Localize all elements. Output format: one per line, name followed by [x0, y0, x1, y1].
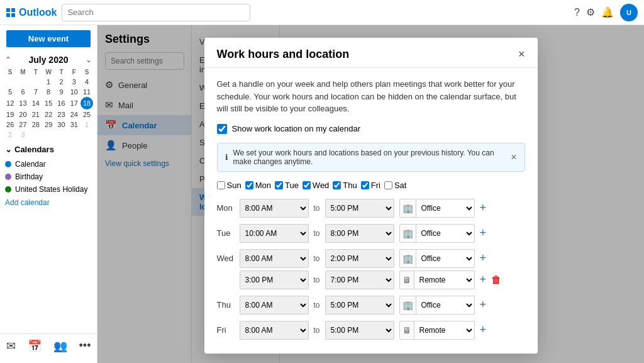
work-hours-modal: Work hours and location × Get a handle o… — [204, 38, 538, 354]
start-time-select[interactable]: 8:00 AM9:00 AM10:00 AM11:00 AM12:00 PM1:… — [240, 296, 309, 315]
day-checkbox-mon[interactable]: Mon — [245, 181, 271, 190]
calendar-day[interactable]: 12 — [4, 97, 16, 109]
calendar-item[interactable]: United States Holiday — [5, 183, 92, 196]
end-time-select[interactable]: 1:00 PM2:00 PM3:00 PM4:00 PM5:00 PM6:00 … — [325, 296, 394, 315]
calendar-day[interactable]: 13 — [16, 97, 29, 109]
office-icon: 🏢 — [400, 296, 416, 314]
add-row-button[interactable]: + — [480, 226, 487, 240]
add-row-button[interactable]: + — [480, 273, 487, 286]
calendar-item[interactable]: Calendar — [5, 158, 92, 170]
day-checkbox-wed[interactable]: Wed — [303, 181, 330, 190]
calendar-day[interactable]: 10 — [68, 87, 80, 97]
day-checkbox-sun[interactable]: Sun — [217, 181, 242, 190]
calendar-day[interactable]: 3 — [16, 130, 29, 140]
calendar-day[interactable]: 31 — [68, 120, 80, 130]
add-row-button[interactable]: + — [480, 298, 487, 311]
notification-icon[interactable]: 🔔 — [601, 6, 614, 18]
calendar-day[interactable]: 8 — [42, 87, 55, 97]
search-input[interactable] — [62, 4, 250, 21]
calendar-day[interactable]: 28 — [30, 120, 42, 130]
schedule-row: Mon8:00 AM9:00 AM10:00 AM11:00 AM12:00 P… — [217, 199, 525, 218]
start-time-select[interactable]: 8:00 AM9:00 AM10:00 AM11:00 AM12:00 PM1:… — [240, 271, 309, 289]
calendar-day[interactable]: 26 — [4, 120, 16, 130]
calendar-day[interactable] — [30, 130, 42, 140]
day-checkbox-fri[interactable]: Fri — [361, 181, 380, 190]
calendar-day[interactable]: 19 — [4, 109, 16, 120]
day-group-wed: Wed8:00 AM9:00 AM10:00 AM11:00 AM12:00 P… — [217, 249, 525, 289]
calendars-header[interactable]: ⌄ Calendars — [5, 145, 92, 154]
calendar-day[interactable]: 1 — [80, 120, 93, 130]
calendar-day[interactable] — [4, 77, 16, 87]
show-location-checkbox[interactable] — [217, 124, 227, 134]
end-time-select[interactable]: 1:00 PM2:00 PM3:00 PM4:00 PM5:00 PM6:00 … — [325, 199, 394, 218]
day-checkbox-thu[interactable]: Thu — [333, 181, 357, 190]
calendar-day[interactable]: 22 — [42, 109, 55, 120]
calendar-day[interactable]: 2 — [4, 130, 16, 140]
add-row-button[interactable]: + — [480, 201, 487, 215]
calendar-day[interactable]: 5 — [4, 87, 16, 97]
calendar-day[interactable] — [30, 77, 42, 87]
start-time-select[interactable]: 8:00 AM9:00 AM10:00 AM11:00 AM12:00 PM1:… — [240, 321, 309, 340]
next-month-button[interactable]: ⌄ — [86, 55, 92, 64]
calendar-day[interactable]: 17 — [68, 97, 80, 109]
location-select[interactable]: OfficeRemoteHomeOther — [414, 271, 474, 289]
calendar-day[interactable] — [80, 130, 93, 140]
add-row-button[interactable]: + — [480, 323, 487, 337]
calendar-icon[interactable]: 📅 — [28, 339, 42, 353]
calendar-day[interactable]: 25 — [80, 109, 93, 120]
location-select[interactable]: OfficeRemoteHomeOther — [416, 199, 474, 217]
calendar-day[interactable]: 16 — [55, 97, 67, 109]
calendar-item[interactable]: Birthday — [5, 170, 92, 183]
calendar-day[interactable]: 2 — [55, 77, 67, 87]
location-select[interactable]: OfficeRemoteHomeOther — [414, 321, 474, 339]
topbar-icons: ? ⚙ 🔔 U — [574, 4, 638, 21]
calendar-day[interactable]: 18 — [80, 97, 93, 109]
calendar-day[interactable]: 29 — [42, 120, 55, 130]
end-time-select[interactable]: 1:00 PM2:00 PM3:00 PM4:00 PM5:00 PM6:00 … — [325, 224, 394, 243]
calendar-day[interactable]: 6 — [16, 87, 29, 97]
help-icon[interactable]: ? — [574, 7, 580, 18]
location-select[interactable]: OfficeRemoteHomeOther — [416, 225, 474, 242]
calendar-day[interactable]: 15 — [42, 97, 55, 109]
settings-icon[interactable]: ⚙ — [586, 6, 595, 18]
start-time-select[interactable]: 8:00 AM9:00 AM10:00 AM11:00 AM12:00 PM1:… — [240, 199, 309, 218]
calendar-day[interactable]: 23 — [55, 109, 67, 120]
calendar-day[interactable] — [16, 77, 29, 87]
delete-row-button[interactable]: 🗑 — [491, 274, 501, 286]
people-icon[interactable]: 👥 — [53, 339, 67, 353]
end-time-select[interactable]: 1:00 PM2:00 PM3:00 PM4:00 PM5:00 PM6:00 … — [325, 321, 394, 340]
calendar-day[interactable]: 11 — [80, 87, 93, 97]
end-time-select[interactable]: 1:00 PM2:00 PM3:00 PM4:00 PM5:00 PM6:00 … — [325, 271, 394, 289]
day-checkbox-tue[interactable]: Tue — [275, 181, 299, 190]
add-calendar-button[interactable]: Add calendar — [5, 196, 92, 209]
mail-icon[interactable]: ✉ — [6, 339, 16, 353]
calendar-day[interactable]: 1 — [42, 77, 55, 87]
calendar-day[interactable]: 21 — [30, 109, 42, 120]
start-time-select[interactable]: 8:00 AM9:00 AM10:00 AM11:00 AM12:00 PM1:… — [240, 224, 309, 243]
calendar-day[interactable]: 7 — [30, 87, 42, 97]
calendar-day[interactable] — [55, 130, 67, 140]
calendar-day[interactable] — [42, 130, 55, 140]
add-row-button[interactable]: + — [480, 252, 487, 265]
close-info-button[interactable]: ✕ — [511, 153, 517, 162]
calendar-day[interactable]: 24 — [68, 109, 80, 120]
calendar-day[interactable]: 20 — [16, 109, 29, 120]
calendar-day[interactable]: 14 — [30, 97, 42, 109]
end-time-select[interactable]: 1:00 PM2:00 PM3:00 PM4:00 PM5:00 PM6:00 … — [325, 249, 394, 268]
new-event-button[interactable]: New event — [6, 30, 91, 47]
calendar-day[interactable]: 4 — [80, 77, 93, 87]
calendar-day[interactable]: 3 — [68, 77, 80, 87]
prev-month-button[interactable]: ⌃ — [5, 55, 11, 64]
calendar-day[interactable]: 9 — [55, 87, 67, 97]
calendar-day[interactable]: 27 — [16, 120, 29, 130]
more-icon[interactable]: ••• — [79, 339, 91, 353]
calendar-day[interactable]: 30 — [55, 120, 67, 130]
location-select[interactable]: OfficeRemoteHomeOther — [416, 296, 474, 314]
modal-close-button[interactable]: × — [518, 48, 525, 61]
location-select[interactable]: OfficeRemoteHomeOther — [416, 250, 474, 267]
location-select-wrap: 🏢OfficeRemoteHomeOther — [399, 224, 475, 243]
day-checkbox-sat[interactable]: Sat — [384, 181, 407, 190]
avatar[interactable]: U — [620, 4, 638, 21]
start-time-select[interactable]: 8:00 AM9:00 AM10:00 AM11:00 AM12:00 PM1:… — [240, 249, 309, 268]
calendar-day[interactable] — [68, 130, 80, 140]
